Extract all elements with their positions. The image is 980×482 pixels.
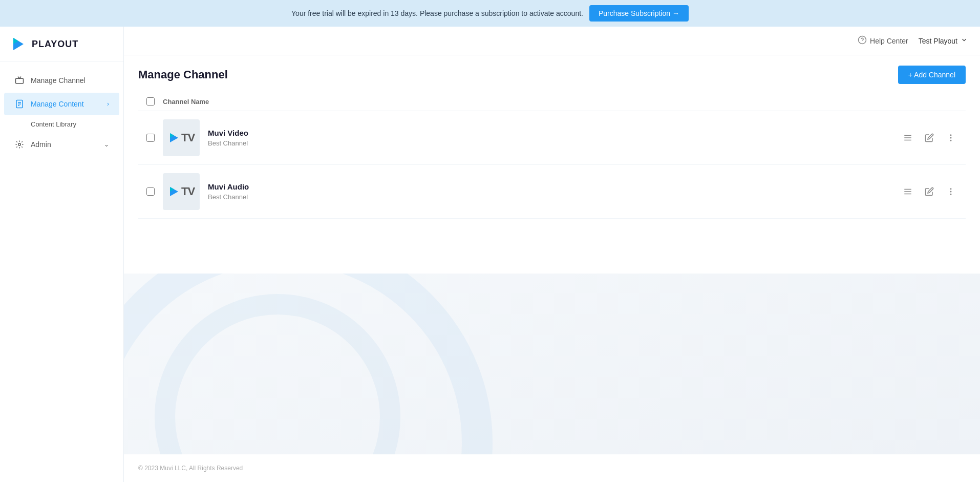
channel-name-2: Muvi Audio bbox=[208, 182, 893, 191]
svg-point-5 bbox=[18, 143, 21, 146]
channel-logo-tv-text-1: TV bbox=[181, 131, 195, 144]
channel-name-column-header: Channel Name bbox=[163, 98, 209, 106]
gear-icon bbox=[14, 139, 25, 150]
sidebar-item-manage-content[interactable]: Manage Content › bbox=[4, 93, 119, 115]
channel-row-actions-1 bbox=[901, 131, 957, 144]
top-header: Help Center Test Playout bbox=[124, 27, 980, 55]
svg-rect-0 bbox=[16, 78, 24, 83]
main-content: Manage Channel + Add Channel Channel Nam… bbox=[124, 55, 980, 482]
sidebar-item-content-library-label: Content Library bbox=[31, 120, 76, 128]
question-icon bbox=[858, 35, 867, 46]
sidebar-item-admin-label: Admin bbox=[31, 140, 51, 149]
tv-icon bbox=[14, 75, 25, 86]
trial-banner: Your free trial will be expired in 13 da… bbox=[0, 0, 980, 27]
page-title: Manage Channel bbox=[138, 68, 228, 81]
help-center-label: Help Center bbox=[870, 37, 908, 45]
channel-row-actions-2 bbox=[901, 185, 957, 198]
channel-logo-2: TV bbox=[168, 185, 195, 198]
channel-row-checkbox-1[interactable] bbox=[146, 134, 155, 142]
sidebar-item-content-library[interactable]: Content Library bbox=[4, 116, 119, 132]
channel-subtitle-1: Best Channel bbox=[208, 139, 893, 147]
sidebar-item-manage-channel[interactable]: Manage Channel bbox=[4, 69, 119, 92]
svg-point-18 bbox=[950, 191, 951, 192]
trial-banner-text: Your free trial will be expired in 13 da… bbox=[291, 9, 583, 17]
app-body: PLAYOUT Manage Channel bbox=[0, 27, 980, 482]
chevron-down-icon: ⌄ bbox=[104, 141, 109, 148]
sidebar: PLAYOUT Manage Channel bbox=[0, 27, 124, 482]
channel-info-1: Muvi Video Best Channel bbox=[208, 129, 893, 147]
channel-edit-button-2[interactable] bbox=[923, 185, 936, 198]
channel-list-button-1[interactable] bbox=[901, 131, 914, 144]
sidebar-item-manage-channel-label: Manage Channel bbox=[31, 76, 86, 85]
svg-point-13 bbox=[950, 140, 951, 141]
channel-logo-1: TV bbox=[168, 131, 195, 144]
svg-point-17 bbox=[950, 188, 951, 190]
sidebar-item-manage-content-label: Manage Content bbox=[31, 100, 84, 108]
channel-list-button-2[interactable] bbox=[901, 185, 914, 198]
footer-text: © 2023 Muvi LLC, All Rights Reserved bbox=[138, 465, 243, 472]
logo-text: PLAYOUT bbox=[32, 39, 78, 50]
channel-table: Channel Name TV bbox=[124, 92, 980, 274]
user-menu-button[interactable]: Test Playout bbox=[919, 36, 968, 45]
channel-edit-button-1[interactable] bbox=[923, 131, 936, 144]
svg-point-12 bbox=[950, 137, 951, 138]
footer: © 2023 Muvi LLC, All Rights Reserved bbox=[124, 454, 980, 482]
svg-point-19 bbox=[950, 194, 951, 195]
content-header: Manage Channel + Add Channel bbox=[124, 55, 980, 92]
chevron-right-icon: › bbox=[107, 100, 109, 108]
logo-area: PLAYOUT bbox=[0, 27, 123, 62]
channel-info-2: Muvi Audio Best Channel bbox=[208, 182, 893, 201]
playout-logo-icon bbox=[10, 36, 27, 52]
channel-subtitle-2: Best Channel bbox=[208, 193, 893, 201]
chevron-down-icon bbox=[961, 36, 968, 45]
table-header-row: Channel Name bbox=[138, 92, 966, 111]
purchase-subscription-button[interactable]: Purchase Subscription → bbox=[589, 5, 689, 22]
decorative-area bbox=[124, 274, 980, 455]
channel-more-button-1[interactable] bbox=[944, 131, 957, 144]
channel-thumbnail-2: TV bbox=[163, 173, 200, 210]
right-panel: Help Center Test Playout Manage Channel … bbox=[124, 27, 980, 482]
document-icon bbox=[14, 99, 25, 109]
channel-more-button-2[interactable] bbox=[944, 185, 957, 198]
channel-name-1: Muvi Video bbox=[208, 129, 893, 137]
user-menu-label: Test Playout bbox=[919, 37, 957, 45]
channel-thumbnail-1: TV bbox=[163, 119, 200, 156]
nav-items: Manage Channel Manage Content › Content bbox=[0, 62, 123, 482]
help-center-button[interactable]: Help Center bbox=[858, 35, 908, 46]
table-row: TV Muvi Video Best Channel bbox=[138, 111, 966, 165]
sidebar-item-admin[interactable]: Admin ⌄ bbox=[4, 133, 119, 156]
select-all-checkbox[interactable] bbox=[146, 97, 155, 106]
table-row: TV Muvi Audio Best Channel bbox=[138, 165, 966, 219]
add-channel-button[interactable]: + Add Channel bbox=[898, 66, 966, 84]
channel-row-checkbox-2[interactable] bbox=[146, 187, 155, 196]
svg-point-11 bbox=[950, 135, 951, 136]
channel-logo-tv-text-2: TV bbox=[181, 185, 195, 198]
